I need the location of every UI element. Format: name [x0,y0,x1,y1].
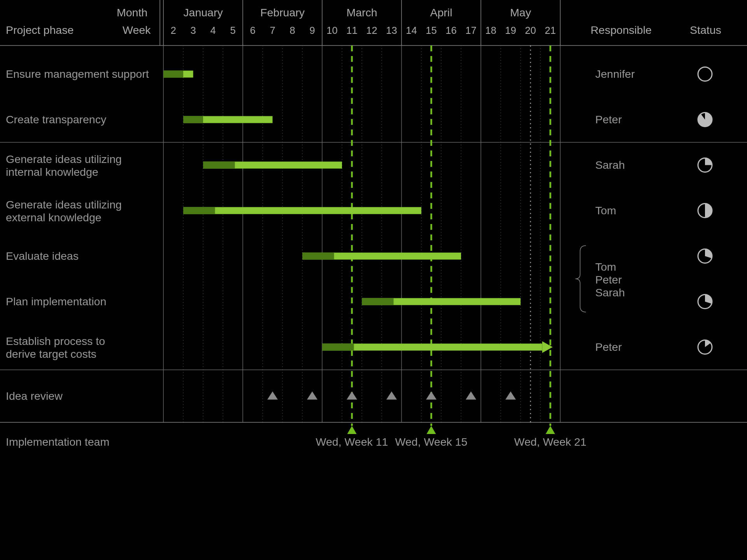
task-label: Evaluate ideas [6,250,79,262]
review-marker-icon [386,392,397,400]
svg-text:19: 19 [505,25,516,36]
milestone-label: Wed, Week 15 [395,436,468,448]
review-marker-icon [347,392,357,400]
svg-marker-68 [546,426,555,434]
svg-text:January: January [183,6,223,19]
svg-text:Month: Month [117,6,147,19]
svg-text:21: 21 [545,25,556,36]
svg-text:9: 9 [309,25,315,36]
gantt-bar [183,207,421,214]
svg-rect-69 [163,71,183,78]
svg-text:March: March [346,6,377,19]
milestone-label: Wed, Week 21 [514,436,587,448]
svg-text:2: 2 [170,25,176,36]
svg-text:10: 10 [326,25,337,36]
svg-text:April: April [430,6,452,19]
review-marker-icon [307,392,317,400]
svg-marker-64 [347,426,357,434]
milestone-row-label: Implementation team [6,436,109,448]
svg-text:Responsible: Responsible [591,24,652,36]
task-label: Generate ideas utilizing [6,153,122,165]
svg-text:17: 17 [465,25,476,36]
svg-text:7: 7 [270,25,275,36]
svg-text:16: 16 [445,25,456,36]
svg-text:Project phase: Project phase [6,24,74,36]
review-row-label: Idea review [6,390,63,402]
svg-text:4: 4 [210,25,216,36]
task-label: Generate ideas utilizing [6,198,122,211]
svg-rect-74 [362,298,394,305]
responsible-label: Jennifer [595,68,635,80]
status-icon [698,67,712,81]
gantt-bar [322,344,542,351]
svg-rect-75 [322,344,354,351]
task-label: Establish process to [6,335,105,347]
svg-text:8: 8 [289,25,295,36]
svg-text:Week: Week [123,24,151,36]
review-marker-icon [466,392,476,400]
svg-text:13: 13 [386,25,397,36]
task-label: Create transparency [6,113,107,126]
responsible-label: Peter [595,273,622,286]
svg-text:Status: Status [690,24,721,36]
svg-text:20: 20 [525,25,536,36]
svg-rect-72 [183,207,215,214]
responsible-label: Sarah [595,159,625,171]
responsible-label: Tom [595,261,616,273]
svg-text:15: 15 [426,25,437,36]
svg-text:12: 12 [366,25,377,36]
svg-rect-73 [302,253,334,260]
task-label: external knowledge [6,211,102,224]
task-label: internal knowledge [6,166,98,178]
responsible-label: Tom [595,204,616,217]
gantt-chart: MonthWeekProject phaseResponsibleStatusJ… [0,0,747,560]
review-marker-icon [267,392,278,400]
svg-rect-70 [183,116,203,123]
responsible-label: Sarah [595,286,625,299]
svg-text:5: 5 [230,25,235,36]
task-label: Ensure management support [6,68,149,80]
svg-text:14: 14 [406,25,417,36]
svg-text:May: May [510,6,531,19]
task-label: derive target costs [6,348,96,360]
review-marker-icon [426,392,437,400]
svg-text:3: 3 [190,25,196,36]
task-label: Plan implementation [6,295,106,308]
svg-text:6: 6 [250,25,255,36]
svg-text:February: February [260,6,305,19]
svg-rect-71 [203,162,235,169]
review-marker-icon [505,392,516,400]
responsible-label: Peter [595,113,622,126]
svg-text:11: 11 [346,25,357,36]
svg-text:18: 18 [485,25,496,36]
milestone-label: Wed, Week 11 [316,436,388,448]
svg-marker-66 [427,426,436,434]
responsible-label: Peter [595,341,622,353]
brace-icon [575,246,586,312]
